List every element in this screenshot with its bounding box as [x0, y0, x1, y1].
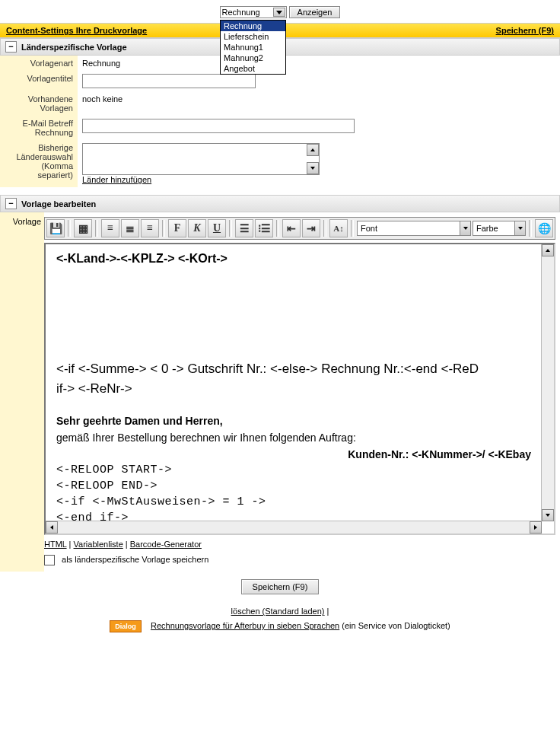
font-color-select[interactable]: Farbe: [473, 221, 526, 236]
bullet-list-icon[interactable]: ☰: [235, 219, 253, 237]
doc-reloop-start: <-RELOOP START->: [56, 463, 531, 476]
value-vorlagenart: Rechnung: [78, 56, 560, 71]
select-all-icon[interactable]: ▦: [74, 219, 92, 237]
numbered-list-icon[interactable]: ⁝☰: [255, 219, 273, 237]
collapse-toggle[interactable]: −: [5, 198, 17, 209]
footer-tail: (ein Service von Dialogticket): [342, 621, 450, 630]
dialog-badge: Dialog: [110, 620, 142, 632]
footer: löschen (Standard laden) | Dialog Rechnu…: [0, 602, 560, 642]
separator: |: [327, 607, 329, 616]
section-title: Vorlage bearbeiten: [21, 199, 96, 209]
doc-reloop-end: <-RELOOP END->: [56, 479, 531, 492]
section-header-2: − Vorlage bearbeiten: [0, 195, 560, 212]
section-title: Länderspezifische Vorlage: [21, 43, 127, 52]
horizontal-scrollbar[interactable]: [46, 521, 542, 534]
dropdown-option[interactable]: Lieferschein: [221, 31, 285, 42]
outdent-icon[interactable]: ⇤: [282, 219, 301, 237]
value-vorhandene: noch keine: [78, 91, 560, 116]
font-size-icon[interactable]: A↕: [329, 219, 348, 237]
scroll-down-icon[interactable]: [542, 509, 554, 521]
chevron-down-icon: [460, 221, 470, 235]
align-center-icon[interactable]: ≣: [121, 219, 139, 237]
indent-icon[interactable]: ⇥: [302, 219, 320, 237]
scroll-up-icon[interactable]: [307, 144, 319, 156]
save-link[interactable]: Speichern (F9): [496, 26, 554, 35]
save-icon[interactable]: 💾: [46, 219, 65, 237]
italic-icon[interactable]: K: [188, 219, 206, 237]
dropdown-option[interactable]: Mahnung2: [221, 53, 285, 63]
label-laenderauswahl: Bisherige Länderauswahl (Komma separiert…: [0, 140, 78, 187]
color-select-label: Farbe: [476, 224, 498, 233]
doc-address-line: <-KLand->-<-KPLZ-> <-KOrt->: [56, 252, 531, 266]
scroll-left-icon[interactable]: [46, 521, 58, 534]
template-type-dropdown: Rechnung Lieferschein Mahnung1 Mahnung2 …: [220, 20, 286, 75]
editor-content[interactable]: <-KLand->-<-KPLZ-> <-KOrt-> <-if <-Summe…: [46, 244, 542, 521]
add-countries-link[interactable]: Länder hinzufügen: [82, 175, 151, 184]
label-email-betreff: E-Mail Betreff Rechnung: [0, 116, 78, 140]
vorlagentitel-input[interactable]: [82, 74, 256, 88]
editor-area[interactable]: <-KLand->-<-KPLZ-> <-KOrt-> <-if <-Summe…: [44, 243, 555, 535]
label-vorlage: Vorlage: [0, 212, 44, 572]
label-vorlagenart: Vorlagenart: [0, 56, 78, 71]
content-settings-link[interactable]: Content-Settings Ihre Druckvorlage: [6, 26, 147, 35]
chevron-down-icon: [273, 8, 285, 17]
dropdown-option[interactable]: Rechnung: [221, 21, 285, 31]
doc-invoice-line-1: <-if <-Summe-> < 0 -> Gutschrift Nr.: <-…: [56, 362, 531, 377]
doc-mwst-if: <-if <-MwStAusweisen-> = 1 ->: [56, 495, 531, 508]
collapse-toggle[interactable]: −: [5, 41, 17, 53]
align-right-icon[interactable]: ≡: [141, 219, 159, 237]
align-left-icon[interactable]: ≡: [101, 219, 119, 237]
template-type-select[interactable]: Rechnung: [220, 6, 287, 18]
doc-salutation: Sehr geehrte Damen und Herren,: [56, 415, 531, 427]
select-value: Rechnung: [222, 8, 260, 17]
country-specific-checkbox[interactable]: [44, 555, 55, 565]
underline-icon[interactable]: U: [208, 219, 226, 237]
vertical-scrollbar[interactable]: [541, 244, 554, 521]
insert-link-icon[interactable]: 🌐: [535, 219, 553, 237]
dropdown-option[interactable]: Angebot: [221, 63, 285, 74]
editor-toolbar: 💾 ▦ ≡ ≣ ≡ F K U ☰ ⁝☰ ⇤ ⇥ A↕: [44, 217, 555, 240]
dropdown-option[interactable]: Mahnung1: [221, 42, 285, 53]
delete-link[interactable]: löschen (Standard laden): [231, 607, 325, 616]
save-button[interactable]: Speichern (F9): [241, 579, 320, 594]
label-vorhandene: Vorhandene Vorlagen: [0, 91, 78, 116]
html-view-link[interactable]: HTML: [44, 540, 67, 549]
label-vorlagentitel: Vorlagentitel: [0, 71, 78, 91]
settings-form: Vorlagenart Rechnung Vorlagentitel Vorha…: [0, 56, 560, 187]
doc-customer-nr: Kunden-Nr.: <-KNummer->/ <-KEbay: [56, 448, 531, 460]
bold-icon[interactable]: F: [168, 219, 186, 237]
doc-invoice-line-2: if-> <-ReNr->: [56, 381, 531, 397]
font-select-label: Font: [361, 224, 377, 233]
scroll-right-icon[interactable]: [530, 521, 542, 534]
checkbox-label: als länderspezifische Vorlage speichern: [62, 555, 208, 564]
top-bar: Rechnung Anzeigen Rechnung Lieferschein …: [0, 0, 560, 23]
laenderauswahl-textarea[interactable]: [82, 143, 320, 175]
font-family-select[interactable]: Font: [357, 221, 471, 236]
scroll-down-icon[interactable]: [307, 162, 319, 174]
chevron-down-icon: [514, 221, 525, 235]
scroll-up-icon[interactable]: [542, 244, 554, 256]
doc-body: gemäß Ihrer Bestellung berechnen wir Ihn…: [56, 432, 531, 444]
variables-link[interactable]: Variablenliste: [74, 540, 123, 549]
barcode-generator-link[interactable]: Barcode-Generator: [130, 540, 202, 549]
email-betreff-input[interactable]: [82, 119, 355, 133]
show-button[interactable]: Anzeigen: [289, 6, 341, 18]
rechnungsvorlage-link[interactable]: Rechnungsvorlage für Afterbuy in sieben …: [151, 621, 339, 630]
